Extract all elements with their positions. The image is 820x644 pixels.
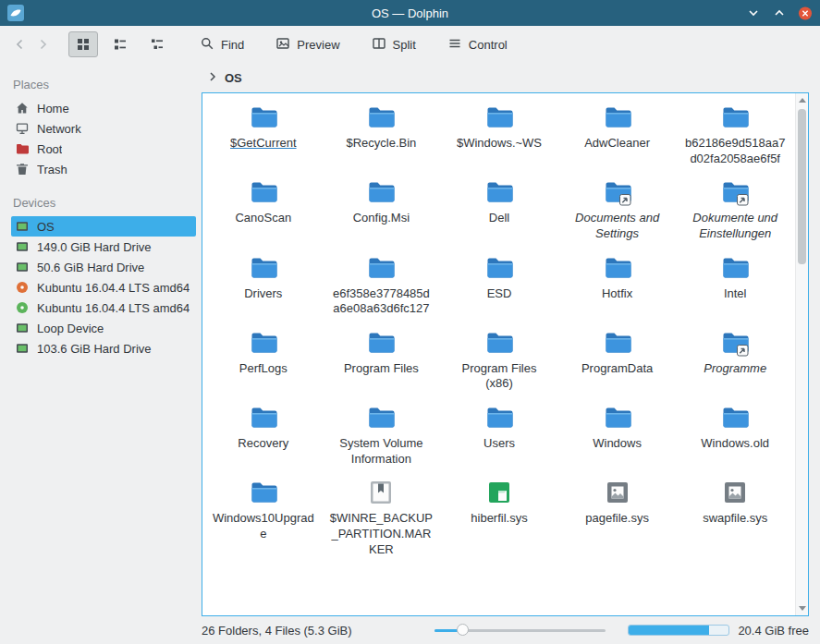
folder-icon bbox=[484, 403, 514, 432]
file-item[interactable]: b62186e9d518aa7d02fa2058ae6f5f bbox=[678, 103, 792, 166]
file-item[interactable]: Windows bbox=[560, 403, 675, 467]
details-view-button[interactable] bbox=[142, 31, 172, 57]
folder-icon bbox=[720, 253, 750, 283]
file-item[interactable]: Windows10Upgrade bbox=[206, 478, 321, 557]
control-button[interactable]: Control bbox=[440, 30, 515, 59]
folder-icon bbox=[366, 253, 396, 283]
sidebar-item-kubuntu-16-04-4-lts-amd64[interactable]: Kubuntu 16.04.4 LTS amd64 bbox=[11, 277, 196, 298]
content: Places HomeNetworkRootTrash Devices OS14… bbox=[0, 63, 820, 644]
file-item[interactable]: Dokumente und Einstellungen bbox=[678, 177, 792, 241]
free-space-label: 20.4 GiB free bbox=[738, 624, 809, 638]
file-item[interactable]: ProgramData bbox=[560, 328, 675, 392]
sidebar-item-trash[interactable]: Trash bbox=[11, 159, 196, 179]
close-button[interactable] bbox=[798, 6, 813, 20]
split-icon bbox=[372, 36, 386, 54]
file-item[interactable]: Config.Msi bbox=[324, 177, 439, 241]
file-item[interactable]: Users bbox=[442, 403, 557, 467]
folder-icon bbox=[249, 177, 278, 207]
file-label: Dokumente und Einstellungen bbox=[683, 211, 787, 241]
file-item[interactable]: e6f358e3778485da6e08a63d6fc127 bbox=[324, 253, 439, 317]
file-item[interactable]: $Recycle.Bin bbox=[324, 103, 439, 166]
file-item[interactable]: CanoScan bbox=[206, 177, 321, 241]
titlebar[interactable]: OS — Dolphin bbox=[0, 0, 820, 26]
file-item[interactable]: hiberfil.sys bbox=[442, 478, 557, 557]
file-item[interactable]: Windows.old bbox=[678, 403, 792, 467]
file-label: swapfile.sys bbox=[703, 511, 767, 527]
hard-drive-icon bbox=[15, 260, 30, 274]
file-item[interactable]: System Volume Information bbox=[324, 403, 439, 467]
folder-icon bbox=[603, 403, 632, 432]
folder-link-icon bbox=[720, 177, 750, 207]
sidebar-item-50-6-gib-hard-drive[interactable]: 50.6 GiB Hard Drive bbox=[11, 257, 196, 277]
back-button[interactable] bbox=[9, 32, 31, 56]
vertical-scrollbar[interactable] bbox=[795, 93, 808, 615]
split-button[interactable]: Split bbox=[364, 30, 423, 59]
file-label: Documents and Settings bbox=[566, 211, 669, 241]
file-label: $GetCurrent bbox=[230, 136, 297, 152]
folder-view[interactable]: $GetCurrent$Recycle.Bin$Windows.~WSAdwCl… bbox=[202, 92, 809, 616]
file-item[interactable]: Drivers bbox=[206, 253, 321, 317]
file-label: b62186e9d518aa7d02fa2058ae6f5f bbox=[683, 136, 787, 166]
scrollbar-track[interactable] bbox=[796, 107, 808, 601]
scrollbar-thumb[interactable] bbox=[798, 109, 806, 264]
file-item[interactable]: Dell bbox=[442, 177, 557, 241]
disc-green-icon bbox=[15, 300, 30, 315]
find-button[interactable]: Find bbox=[192, 30, 251, 59]
file-item[interactable]: Intel bbox=[678, 253, 792, 317]
breadcrumb-location[interactable]: OS bbox=[225, 71, 242, 85]
file-label: pagefile.sys bbox=[585, 511, 649, 527]
file-label: Program Files bbox=[344, 361, 419, 377]
file-item[interactable]: Program Files (x86) bbox=[442, 328, 557, 392]
zoom-slider[interactable] bbox=[434, 623, 606, 638]
sidebar-item-label: 50.6 GiB Hard Drive bbox=[37, 261, 144, 274]
scroll-down-icon[interactable] bbox=[799, 606, 806, 611]
file-item[interactable]: $GetCurrent bbox=[206, 103, 321, 166]
file-label: Programme bbox=[704, 361, 766, 377]
sidebar-item-label: Home bbox=[37, 102, 69, 115]
sidebar-item-kubuntu-16-04-4-lts-amd64[interactable]: Kubuntu 16.04.4 LTS amd64 bbox=[11, 298, 196, 318]
chevron-down-icon[interactable] bbox=[746, 6, 761, 20]
file-item[interactable]: pagefile.sys bbox=[560, 478, 675, 557]
file-item[interactable]: Recovery bbox=[206, 403, 321, 467]
folder-icon bbox=[366, 403, 396, 432]
sidebar-item-149-0-gib-hard-drive[interactable]: 149.0 GiB Hard Drive bbox=[11, 237, 196, 257]
scroll-up-icon[interactable] bbox=[799, 98, 806, 103]
breadcrumb-chevron-icon[interactable] bbox=[205, 69, 220, 87]
file-item[interactable]: PerfLogs bbox=[206, 328, 321, 392]
free-space-fill bbox=[629, 626, 708, 635]
file-item[interactable]: Program Files bbox=[324, 328, 439, 392]
sidebar-item-os[interactable]: OS bbox=[11, 216, 196, 237]
file-item[interactable]: swapfile.sys bbox=[678, 478, 792, 557]
sidebar-item-loop-device[interactable]: Loop Device bbox=[11, 318, 196, 338]
file-item[interactable]: Hotfix bbox=[560, 253, 675, 317]
chevron-up-icon[interactable] bbox=[772, 6, 787, 20]
folder-icon bbox=[249, 403, 278, 432]
folder-icon bbox=[484, 253, 514, 283]
sidebar-item-label: Loop Device bbox=[37, 322, 104, 335]
file-item[interactable]: Programme bbox=[678, 328, 792, 392]
sidebar-item-home[interactable]: Home bbox=[11, 98, 196, 118]
file-label: Intel bbox=[724, 286, 747, 302]
file-item[interactable]: Documents and Settings bbox=[560, 177, 675, 241]
sidebar-item-network[interactable]: Network bbox=[11, 118, 196, 139]
file-item[interactable]: $Windows.~WS bbox=[442, 103, 557, 166]
sidebar-item-label: Network bbox=[37, 122, 81, 136]
sidebar-item-103-6-gib-hard-drive[interactable]: 103.6 GiB Hard Drive bbox=[11, 338, 196, 358]
dolphin-window: OS — Dolphin bbox=[0, 0, 820, 644]
zoom-slider-handle[interactable] bbox=[457, 624, 469, 636]
compact-view-button[interactable] bbox=[105, 31, 135, 57]
file-label: Recovery bbox=[238, 436, 288, 452]
sidebar-item-root[interactable]: Root bbox=[11, 139, 196, 159]
file-item[interactable]: $WINRE_BACKUP_PARTITION.MARKER bbox=[324, 478, 439, 557]
folder-icon bbox=[603, 328, 632, 358]
file-label: $Windows.~WS bbox=[457, 136, 542, 152]
file-label: Hotfix bbox=[602, 286, 632, 302]
icons-view-button[interactable] bbox=[68, 31, 98, 57]
file-item[interactable]: ESD bbox=[442, 253, 557, 317]
file-item[interactable]: AdwCleaner bbox=[560, 103, 675, 166]
places-header: Places bbox=[13, 78, 196, 91]
preview-button[interactable]: Preview bbox=[268, 30, 347, 59]
forward-button[interactable] bbox=[31, 32, 54, 56]
root-folder-icon bbox=[15, 141, 30, 156]
sidebar-item-label: 149.0 GiB Hard Drive bbox=[37, 240, 152, 254]
